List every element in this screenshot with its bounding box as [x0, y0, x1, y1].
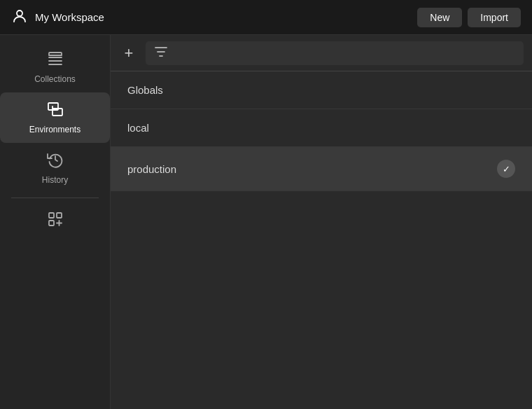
env-item-globals[interactable]: Globals: [111, 71, 532, 109]
selected-checkmark-icon: ✓: [497, 160, 515, 178]
svg-rect-8: [49, 221, 54, 226]
history-icon: [47, 151, 64, 171]
env-item-production[interactable]: production ✓: [111, 147, 532, 191]
sidebar-item-history[interactable]: History: [0, 143, 110, 193]
import-button[interactable]: Import: [468, 8, 521, 27]
svg-rect-6: [49, 213, 54, 218]
filter-icon: [153, 43, 169, 63]
workspace-title: My Workspace: [35, 11, 104, 23]
environments-icon: [47, 101, 64, 120]
new-button[interactable]: New: [417, 8, 462, 27]
plus-icon: +: [125, 44, 134, 62]
sidebar-item-add-more[interactable]: [0, 202, 110, 239]
filter-bar[interactable]: [146, 41, 524, 65]
environment-list: Globals local production ✓: [111, 71, 532, 409]
add-environment-button[interactable]: +: [119, 43, 139, 63]
main-layout: Collections Environments History: [0, 35, 532, 409]
content-area: + Globals local produc: [111, 35, 532, 409]
header-left: My Workspace: [11, 8, 104, 27]
env-item-local[interactable]: local: [111, 109, 532, 147]
sidebar-item-environments[interactable]: Environments: [0, 92, 110, 143]
add-more-icon: [47, 211, 64, 230]
sidebar-item-history-label: History: [42, 175, 68, 185]
content-toolbar: +: [111, 35, 532, 71]
svg-rect-7: [57, 213, 62, 218]
env-name-globals: Globals: [127, 84, 163, 96]
sidebar-item-environments-label: Environments: [29, 125, 80, 134]
sidebar: Collections Environments History: [0, 35, 111, 409]
collections-icon: [47, 50, 64, 70]
header-right: New Import: [417, 8, 521, 27]
avatar-icon: [11, 8, 28, 27]
sidebar-item-collections-label: Collections: [34, 74, 76, 84]
env-name-local: local: [127, 122, 149, 134]
header: My Workspace New Import: [0, 0, 532, 35]
sidebar-divider: [11, 197, 99, 198]
svg-point-0: [17, 11, 22, 16]
env-name-production: production: [127, 163, 176, 175]
sidebar-item-collections[interactable]: Collections: [0, 42, 110, 92]
